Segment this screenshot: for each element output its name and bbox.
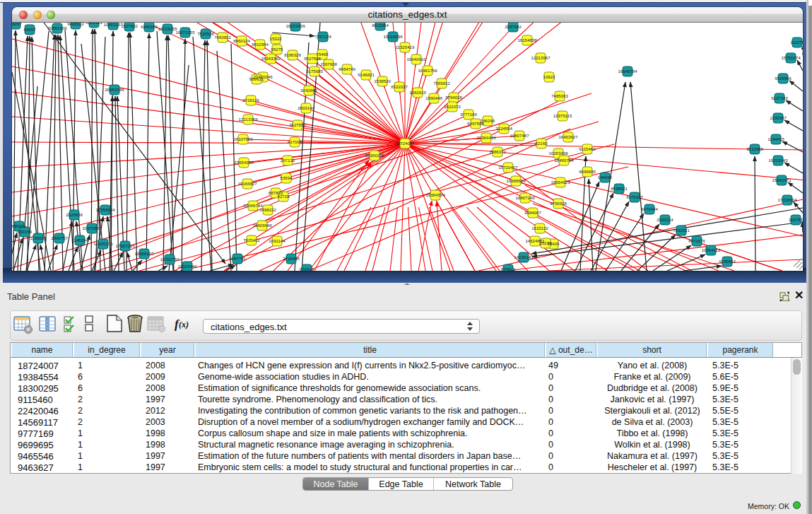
svg-text:16640910: 16640910 bbox=[406, 57, 426, 62]
svg-text:16782759: 16782759 bbox=[160, 257, 180, 262]
svg-text:9245652: 9245652 bbox=[719, 259, 736, 264]
svg-text:2020658: 2020658 bbox=[66, 212, 83, 217]
svg-text:9242845: 9242845 bbox=[300, 88, 317, 93]
svg-text:1156829: 1156829 bbox=[30, 235, 47, 240]
svg-text:12505135: 12505135 bbox=[93, 241, 113, 246]
svg-text:7663822: 7663822 bbox=[214, 35, 231, 40]
svg-text:1145194: 1145194 bbox=[71, 238, 88, 243]
svg-text:10923: 10923 bbox=[543, 74, 556, 79]
svg-text:8905323: 8905323 bbox=[86, 23, 102, 25]
svg-text:1498222: 1498222 bbox=[259, 207, 276, 212]
svg-text:8471676: 8471676 bbox=[688, 238, 705, 243]
svg-text:15720407: 15720407 bbox=[498, 165, 518, 170]
svg-text:16033809: 16033809 bbox=[286, 23, 305, 28]
svg-text:9527508: 9527508 bbox=[304, 56, 321, 61]
svg-text:17957225: 17957225 bbox=[115, 243, 135, 248]
svg-text:2087682: 2087682 bbox=[505, 24, 522, 29]
svg-text:10253438: 10253438 bbox=[548, 151, 568, 156]
svg-text:989621: 989621 bbox=[249, 76, 264, 81]
svg-text:16154838: 16154838 bbox=[517, 37, 537, 42]
svg-text:16210643: 16210643 bbox=[768, 158, 788, 163]
svg-text:267130: 267130 bbox=[281, 158, 295, 163]
svg-text:20364436: 20364436 bbox=[476, 135, 496, 140]
svg-text:14136141: 14136141 bbox=[514, 255, 534, 259]
svg-text:1209387: 1209387 bbox=[770, 115, 787, 120]
svg-text:9146821: 9146821 bbox=[358, 72, 375, 77]
svg-text:16671355: 16671355 bbox=[175, 30, 195, 35]
svg-text:16463627: 16463627 bbox=[558, 134, 578, 139]
svg-text:10688609: 10688609 bbox=[506, 178, 526, 183]
svg-text:16961758: 16961758 bbox=[418, 68, 437, 73]
svg-text:18300295: 18300295 bbox=[365, 153, 384, 158]
svg-text:417006: 417006 bbox=[288, 139, 302, 144]
svg-text:10807487: 10807487 bbox=[510, 133, 529, 138]
svg-text:10958107: 10958107 bbox=[134, 251, 154, 256]
svg-text:8813054: 8813054 bbox=[372, 23, 389, 28]
svg-text:970410: 970410 bbox=[300, 267, 314, 271]
svg-text:1362615: 1362615 bbox=[409, 90, 426, 95]
svg-text:7955812: 7955812 bbox=[433, 81, 450, 86]
svg-text:12975115: 12975115 bbox=[553, 113, 572, 118]
svg-text:19654936: 19654936 bbox=[234, 160, 254, 165]
svg-text:8912954: 8912954 bbox=[252, 42, 269, 47]
svg-text:2933114: 2933114 bbox=[657, 217, 673, 222]
svg-text:19218596: 19218596 bbox=[383, 34, 403, 39]
svg-text:17016504: 17016504 bbox=[777, 197, 797, 202]
svg-text:2803144: 2803144 bbox=[298, 105, 314, 110]
svg-text:9794028: 9794028 bbox=[445, 95, 462, 100]
svg-text:1538520: 1538520 bbox=[374, 78, 391, 83]
svg-text:15692971: 15692971 bbox=[772, 177, 792, 182]
svg-text:9115460: 9115460 bbox=[579, 146, 596, 151]
svg-text:1527602: 1527602 bbox=[121, 23, 138, 28]
svg-text:2367608: 2367608 bbox=[320, 62, 337, 66]
svg-text:7986372: 7986372 bbox=[489, 149, 506, 154]
svg-text:10719155: 10719155 bbox=[158, 26, 177, 31]
svg-text:17359924: 17359924 bbox=[95, 207, 115, 212]
svg-text:2718126: 2718126 bbox=[242, 98, 259, 103]
svg-text:20053346: 20053346 bbox=[105, 87, 124, 92]
svg-text:9777169: 9777169 bbox=[460, 112, 477, 117]
svg-text:8938921: 8938921 bbox=[611, 186, 628, 191]
svg-text:9457791: 9457791 bbox=[229, 256, 246, 261]
svg-text:7625402: 7625402 bbox=[243, 238, 260, 243]
svg-text:6466160: 6466160 bbox=[141, 24, 158, 29]
svg-text:6497568: 6497568 bbox=[467, 121, 484, 126]
svg-text:53594: 53594 bbox=[281, 175, 293, 180]
svg-text:9699695: 9699695 bbox=[579, 169, 596, 174]
svg-text:3215958: 3215958 bbox=[746, 146, 763, 151]
svg-text:16409948: 16409948 bbox=[252, 223, 272, 228]
svg-text:1244415: 1244415 bbox=[767, 136, 784, 141]
svg-text:18807249: 18807249 bbox=[515, 195, 535, 200]
svg-text:1615132: 1615132 bbox=[531, 226, 548, 230]
svg-text:6479197: 6479197 bbox=[626, 194, 643, 199]
svg-text:685001: 685001 bbox=[12, 223, 27, 228]
svg-text:144095: 144095 bbox=[598, 175, 613, 180]
svg-text:939154: 939154 bbox=[18, 229, 33, 234]
svg-text:1621072: 1621072 bbox=[444, 104, 461, 109]
svg-text:116753: 116753 bbox=[789, 217, 803, 222]
svg-text:111278: 111278 bbox=[790, 40, 803, 45]
svg-text:11325419: 11325419 bbox=[396, 45, 415, 49]
svg-text:16543382: 16543382 bbox=[261, 56, 281, 61]
svg-text:16654923: 16654923 bbox=[551, 180, 570, 185]
svg-text:874512: 874512 bbox=[501, 267, 516, 271]
svg-text:8454749: 8454749 bbox=[339, 66, 355, 71]
svg-text:42715: 42715 bbox=[278, 194, 290, 199]
svg-text:19166827: 19166827 bbox=[237, 181, 257, 186]
svg-text:15322: 15322 bbox=[270, 36, 283, 41]
svg-text:16648784: 16648784 bbox=[618, 69, 637, 74]
svg-text:7485063: 7485063 bbox=[551, 93, 568, 98]
svg-text:95275: 95275 bbox=[271, 47, 284, 52]
svg-text:3716485: 3716485 bbox=[283, 256, 300, 261]
svg-text:16057: 16057 bbox=[12, 23, 22, 26]
svg-text:8186328: 8186328 bbox=[284, 52, 301, 57]
svg-text:7357224: 7357224 bbox=[314, 34, 331, 39]
svg-text:9227343: 9227343 bbox=[771, 95, 788, 100]
svg-text:40557: 40557 bbox=[24, 27, 37, 32]
svg-text:10653257: 10653257 bbox=[103, 23, 123, 27]
svg-text:1990448: 1990448 bbox=[425, 95, 442, 100]
svg-text:7932621: 7932621 bbox=[673, 228, 690, 233]
svg-text:1691144: 1691144 bbox=[269, 238, 286, 243]
svg-text:10654112: 10654112 bbox=[702, 247, 721, 252]
svg-text:9474444: 9474444 bbox=[641, 206, 658, 211]
